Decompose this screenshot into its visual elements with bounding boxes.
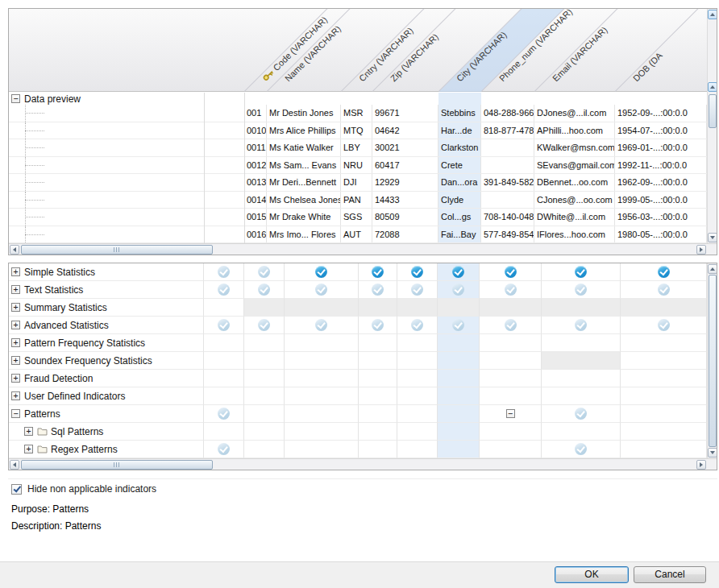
indicator-cell[interactable] (438, 370, 480, 387)
expand-toggle[interactable]: + (11, 267, 20, 276)
scroll-left-button[interactable] (10, 245, 19, 255)
indicator-cell[interactable] (480, 441, 542, 458)
expand-toggle[interactable]: + (11, 391, 20, 400)
column-header-email[interactable]: Email (VARCHAR) (551, 25, 609, 84)
indicator-cell[interactable] (285, 317, 359, 334)
scroll-up-button[interactable] (708, 264, 717, 274)
scrollbar-thumb[interactable] (21, 460, 213, 470)
indicator-cell[interactable] (285, 352, 359, 370)
indicator-cell[interactable] (244, 387, 285, 405)
indicator-check-faded[interactable] (372, 319, 384, 331)
indicator-check-faded[interactable] (452, 319, 464, 331)
indicator-vscrollbar[interactable] (707, 263, 717, 458)
indicator-cell[interactable] (621, 317, 707, 334)
indicator-cell[interactable] (438, 387, 480, 405)
indicator-cell[interactable] (397, 334, 438, 352)
scrollbar-thumb[interactable] (709, 275, 717, 447)
ok-button[interactable]: OK (555, 566, 629, 583)
expand-toggle[interactable]: + (11, 374, 20, 383)
indicator-cell[interactable] (204, 263, 244, 281)
indicator-cell[interactable] (285, 334, 359, 352)
indicator-check-faded[interactable] (505, 284, 517, 296)
indicator-check-solid[interactable] (372, 266, 384, 278)
indicator-cell[interactable] (621, 405, 707, 423)
indicator-cell[interactable] (244, 334, 285, 352)
indicator-cell[interactable] (359, 405, 397, 423)
indicator-cell[interactable] (204, 299, 244, 317)
indicator-cell[interactable] (204, 441, 244, 458)
indicator-cell[interactable] (397, 281, 438, 299)
na-cell[interactable] (542, 299, 621, 317)
indicator-cell[interactable] (542, 334, 621, 352)
expand-toggle[interactable]: + (24, 445, 33, 453)
scrollbar-thumb[interactable] (709, 94, 717, 128)
indicator-check-faded[interactable] (315, 284, 327, 296)
indicator-cell[interactable] (359, 387, 397, 405)
scroll-right-button[interactable] (696, 460, 706, 470)
indicator-cell[interactable] (438, 405, 480, 423)
column-header-dob[interactable]: DOB (DA (631, 51, 664, 84)
indicator-check-solid[interactable] (411, 266, 423, 278)
indicator-check-faded[interactable] (411, 319, 423, 331)
indicator-check-faded[interactable] (575, 284, 587, 296)
scroll-down-button[interactable] (708, 233, 717, 242)
indicator-cell[interactable] (204, 317, 244, 334)
collapse-toggle[interactable]: − (11, 94, 20, 103)
indicator-cell[interactable] (204, 423, 244, 441)
indicator-check-faded[interactable] (218, 408, 230, 420)
indicator-check-faded[interactable] (218, 319, 230, 331)
indicator-cell[interactable] (359, 281, 397, 299)
indicator-cell[interactable] (542, 370, 621, 387)
indicator-check-faded[interactable] (218, 266, 230, 278)
collapse-box[interactable]: − (506, 409, 515, 418)
cancel-button[interactable]: Cancel (634, 566, 706, 583)
indicator-cell[interactable] (397, 263, 438, 281)
indicator-cell[interactable] (285, 441, 359, 458)
indicator-cell[interactable] (480, 423, 542, 441)
hide-non-applicable-checkbox[interactable] (11, 484, 22, 495)
indicator-cell[interactable] (285, 263, 359, 281)
indicator-check-solid[interactable] (658, 266, 670, 278)
indicator-check-faded[interactable] (658, 284, 670, 296)
indicator-cell[interactable] (438, 441, 480, 458)
indicator-cell[interactable] (397, 441, 438, 458)
expand-toggle[interactable]: + (11, 285, 20, 294)
indicator-cell[interactable] (438, 423, 480, 441)
scroll-up-button[interactable] (708, 82, 717, 92)
indicator-cell[interactable] (244, 352, 285, 370)
indicator-cell[interactable]: − (480, 405, 542, 423)
indicator-check-solid[interactable] (315, 266, 327, 278)
indicator-cell[interactable] (359, 370, 397, 387)
na-cell[interactable] (621, 299, 707, 317)
indicator-check-faded[interactable] (258, 284, 270, 296)
na-cell[interactable] (359, 299, 397, 317)
indicator-cell[interactable] (542, 281, 621, 299)
scrollbar-thumb[interactable] (21, 245, 213, 255)
scroll-left-button[interactable] (10, 460, 19, 470)
indicator-cell[interactable] (244, 423, 285, 441)
indicator-cell[interactable] (204, 370, 244, 387)
indicator-cell[interactable] (244, 370, 285, 387)
na-cell[interactable] (542, 352, 621, 370)
indicator-cell[interactable] (397, 352, 438, 370)
indicator-check-faded[interactable] (218, 284, 230, 296)
indicator-cell[interactable] (359, 423, 397, 441)
indicator-cell[interactable] (542, 317, 621, 334)
indicator-cell[interactable] (285, 387, 359, 405)
indicator-cell[interactable] (359, 352, 397, 370)
indicator-check-faded[interactable] (575, 443, 587, 455)
indicator-cell[interactable] (480, 317, 542, 334)
indicator-check-faded[interactable] (658, 319, 670, 331)
indicator-check-faded[interactable] (258, 266, 270, 278)
indicator-cell[interactable] (204, 334, 244, 352)
expand-toggle[interactable]: + (11, 303, 20, 312)
indicator-cell[interactable] (480, 281, 542, 299)
column-control-button[interactable] (708, 10, 717, 19)
preview-vscrollbar[interactable] (707, 9, 717, 243)
indicator-cell[interactable] (244, 317, 285, 334)
indicator-cell[interactable] (621, 281, 707, 299)
indicator-cell[interactable] (542, 423, 621, 441)
indicator-cell[interactable] (204, 405, 244, 423)
indicator-cell[interactable] (438, 317, 480, 334)
scroll-right-button[interactable] (696, 245, 706, 255)
